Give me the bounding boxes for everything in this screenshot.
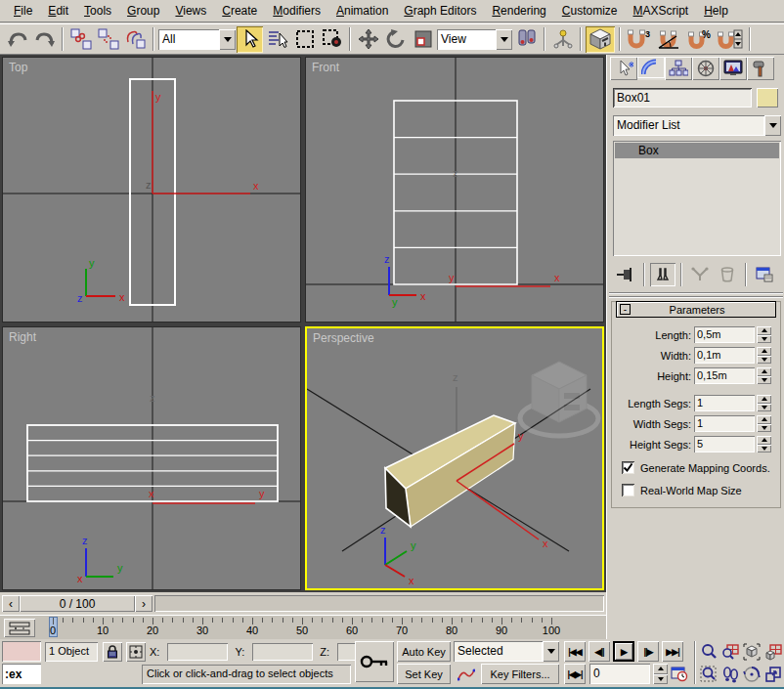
- menu-item-maxscript[interactable]: MAXScript: [626, 1, 697, 21]
- zoom-extents-button[interactable]: [741, 640, 762, 663]
- select-and-link-button[interactable]: [67, 26, 94, 53]
- key-mode-toggle-button[interactable]: |◀▶|: [564, 664, 586, 684]
- height-segs-spinner[interactable]: [757, 436, 771, 452]
- height-field[interactable]: 0,15m: [694, 367, 755, 384]
- tab-motion[interactable]: [692, 57, 719, 80]
- viewport-front[interactable]: Front y x z z x: [305, 57, 604, 323]
- redo-button[interactable]: [31, 26, 58, 53]
- viewport-top[interactable]: Top y x z y x z: [2, 57, 301, 323]
- remove-modifier-button[interactable]: [715, 263, 740, 286]
- set-keys-button[interactable]: [355, 641, 394, 682]
- width-spinner[interactable]: [757, 347, 771, 364]
- rectangular-selection-region-button[interactable]: [291, 26, 318, 53]
- maxscript-mini-listener[interactable]: :ex: [2, 664, 41, 684]
- go-to-start-button[interactable]: |◀◀: [564, 641, 586, 662]
- tab-display[interactable]: [719, 57, 747, 80]
- length-spinner[interactable]: [757, 326, 771, 343]
- select-object-button[interactable]: [237, 26, 263, 53]
- panel-splitter[interactable]: [609, 292, 783, 298]
- menu-item-animation[interactable]: Animation: [328, 1, 396, 21]
- tab-modify[interactable]: [637, 57, 665, 80]
- time-slider-prev-button[interactable]: ‹: [2, 595, 20, 612]
- rollout-collapse-icon[interactable]: -: [620, 304, 631, 315]
- modifier-stack-item-box[interactable]: Box: [615, 143, 779, 158]
- object-name-field[interactable]: Box01: [613, 88, 752, 108]
- zoom-all-button[interactable]: [719, 640, 741, 663]
- angle-snap-toggle-button[interactable]: [655, 26, 684, 53]
- region-zoom-button[interactable]: [698, 663, 719, 685]
- menu-item-rendering[interactable]: Rendering: [484, 1, 553, 21]
- y-field[interactable]: [252, 643, 313, 661]
- select-and-scale-button[interactable]: [410, 26, 436, 53]
- modifier-list-arrow[interactable]: [764, 115, 781, 136]
- reference-coordinate-arrow[interactable]: [496, 29, 512, 50]
- viewport-perspective[interactable]: Perspective z: [305, 326, 604, 590]
- key-mode-dropdown[interactable]: Selected: [454, 641, 559, 662]
- play-button[interactable]: ▶: [613, 641, 634, 662]
- menu-item-views[interactable]: Views: [167, 1, 214, 21]
- previous-frame-button[interactable]: ◀||: [588, 641, 610, 662]
- parameters-rollout-header[interactable]: - Parameters: [616, 301, 776, 318]
- unlink-selection-button[interactable]: [95, 26, 121, 53]
- set-key-button[interactable]: Set Key: [397, 664, 451, 684]
- show-end-result-button[interactable]: [650, 263, 675, 286]
- width-field[interactable]: 0,1m: [694, 347, 755, 364]
- real-world-map-size-checkbox[interactable]: [622, 484, 634, 496]
- pan-view-button[interactable]: [719, 663, 741, 685]
- menu-item-customize[interactable]: Customize: [554, 1, 626, 21]
- next-frame-button[interactable]: ||▶: [637, 641, 659, 662]
- generate-mapping-coords-checkbox[interactable]: [622, 461, 634, 474]
- arc-rotate-button[interactable]: [741, 663, 762, 685]
- window-crossing-toggle-button[interactable]: [319, 26, 345, 53]
- time-slider-track[interactable]: [154, 595, 604, 612]
- select-and-manipulate-button[interactable]: [549, 26, 576, 53]
- time-slider-handle[interactable]: 0 / 100: [20, 595, 135, 612]
- spinner-snap-toggle-button[interactable]: [716, 26, 745, 53]
- tab-create[interactable]: [610, 57, 637, 80]
- x-field[interactable]: [167, 643, 228, 661]
- width-segs-field[interactable]: 1: [694, 415, 755, 432]
- menu-item-help[interactable]: Help: [696, 1, 736, 21]
- reference-coordinate-dropdown[interactable]: View: [437, 29, 512, 50]
- bind-to-space-warp-button[interactable]: [122, 26, 149, 53]
- menu-item-tools[interactable]: Tools: [76, 1, 119, 21]
- lock-selection-button[interactable]: [103, 642, 122, 662]
- width-segs-spinner[interactable]: [757, 415, 771, 432]
- percent-snap-toggle-button[interactable]: %: [685, 26, 715, 53]
- menu-item-group[interactable]: Group: [119, 1, 167, 21]
- height-spinner[interactable]: [757, 367, 771, 384]
- generate-mapping-coords-row[interactable]: Generate Mapping Coords.: [622, 459, 784, 476]
- select-and-move-button[interactable]: [355, 26, 381, 53]
- selection-filter-dropdown[interactable]: All: [158, 29, 236, 50]
- undo-button[interactable]: [4, 26, 30, 53]
- length-segs-spinner[interactable]: [757, 395, 771, 411]
- absolute-offset-toggle-button[interactable]: [126, 642, 146, 662]
- tab-utilities[interactable]: [747, 57, 774, 80]
- select-and-rotate-button[interactable]: [382, 26, 409, 53]
- pin-stack-button[interactable]: [613, 263, 638, 286]
- configure-modifier-sets-button[interactable]: [752, 263, 777, 286]
- viewport-right[interactable]: Right x y z z y: [2, 326, 301, 590]
- frame-spinner[interactable]: [653, 664, 668, 684]
- height-segs-field[interactable]: 5: [694, 436, 755, 452]
- go-to-end-button[interactable]: ▶▶|: [662, 641, 683, 662]
- track-bar-ruler[interactable]: 0102030405060708090100: [45, 616, 592, 640]
- length-segs-field[interactable]: 1: [694, 395, 755, 411]
- use-pivot-point-center-button[interactable]: [513, 26, 540, 53]
- length-field[interactable]: 0,5m: [694, 326, 755, 343]
- menu-item-edit[interactable]: Edit: [40, 1, 76, 21]
- macro-recorder-field[interactable]: [2, 641, 41, 662]
- menu-item-graph-editors[interactable]: Graph Editors: [396, 1, 484, 21]
- selection-filter-arrow[interactable]: [219, 29, 236, 50]
- key-filters-button[interactable]: Key Filters...: [481, 664, 559, 684]
- object-color-swatch[interactable]: [757, 88, 778, 108]
- key-mode-arrow[interactable]: [543, 641, 559, 662]
- keyboard-shortcut-override-button[interactable]: [586, 26, 615, 53]
- zoom-extents-all-button[interactable]: [762, 640, 784, 663]
- track-bar[interactable]: 0102030405060708090100: [0, 615, 606, 639]
- snaps-toggle-button[interactable]: 3: [625, 26, 654, 53]
- select-by-name-button[interactable]: [264, 26, 290, 53]
- time-slider-next-button[interactable]: ›: [135, 595, 152, 612]
- menu-item-file[interactable]: File: [6, 1, 40, 21]
- default-in-out-tangents-button[interactable]: [454, 664, 478, 684]
